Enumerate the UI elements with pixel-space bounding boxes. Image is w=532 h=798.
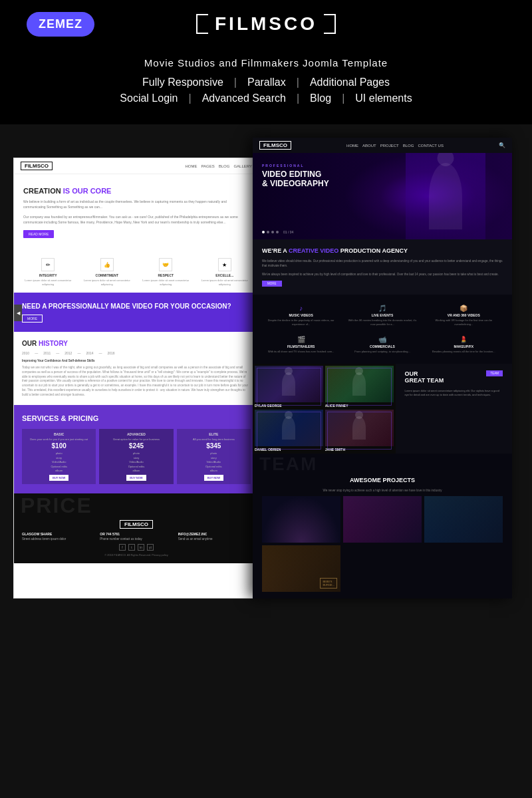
social-youtube-icon[interactable]: yt bbox=[147, 544, 154, 551]
feature-blog: Blog bbox=[302, 92, 339, 104]
excellence-text: Lorem ipsum dolor sit amet consectetur a… bbox=[198, 279, 253, 286]
team-title: OURGREAT TEAM bbox=[405, 370, 444, 384]
right-nav-search-icon[interactable]: 🔍 bbox=[499, 142, 505, 148]
divider-5: | bbox=[339, 92, 347, 104]
social-twitter-icon[interactable]: t bbox=[128, 544, 135, 551]
left-nav-pages[interactable]: PAGES bbox=[201, 164, 215, 168]
commitment-label: COMMITMENT bbox=[80, 273, 135, 277]
music-videos-icon: ♪ bbox=[265, 305, 336, 312]
preview-container: ◀ FILMSCO HOME PAGES BLOG GALLERY CREATI… bbox=[0, 124, 532, 598]
left-nav-home[interactable]: HOME bbox=[186, 164, 198, 168]
agency-more-button[interactable]: MORE bbox=[262, 281, 282, 287]
right-nav-contact[interactable]: CONTACT US bbox=[418, 144, 443, 148]
makeup-fx-title: MAKEUP/FX bbox=[428, 344, 499, 348]
features-row-2: Social Login | Advanced Search | Blog | … bbox=[112, 92, 420, 104]
makeup-fx-text: Besides planning events all the time for… bbox=[428, 350, 499, 354]
projects-subtitle: We never stop trying to achieve such a h… bbox=[262, 489, 503, 492]
footer-social-links: f t in yt bbox=[22, 544, 251, 551]
service-makeup-fx: 💄 MAKEUP/FX Besides planning events all … bbox=[425, 332, 503, 357]
hero-person-silhouette bbox=[406, 153, 485, 239]
footer-col2-text: Phone number contact us today bbox=[100, 537, 172, 541]
right-nav-project[interactable]: PROJECT bbox=[380, 144, 399, 148]
team-photos-area: DYLAN GEORGE ALICE FINNEY bbox=[253, 364, 396, 454]
commitment-text: Lorem ipsum dolor sit amet consectetur a… bbox=[80, 279, 135, 286]
right-agency-section: WE'RE A CREATIVE VIDEO PRODUCTION AGENCY… bbox=[253, 239, 512, 295]
title-brackets: FILMSCO bbox=[196, 13, 336, 35]
films-trailers-icon: 🎬 bbox=[265, 336, 336, 343]
footer-col1-title: GLASGOW SHARE bbox=[22, 532, 94, 536]
footer-center: FILMSCO bbox=[22, 520, 251, 532]
left-read-more-button[interactable]: READ MORE bbox=[23, 230, 54, 238]
slide-dot-2[interactable] bbox=[267, 231, 269, 233]
slide-counter: 01 / 04 bbox=[283, 230, 293, 234]
plan-advanced-features: photostoryVideo/AudioOptional editsalbum bbox=[102, 452, 170, 473]
timeline-2016: 2016 bbox=[108, 351, 115, 355]
right-preview-template: FILMSCO HOME ABOUT PROJECT BLOG CONTACT … bbox=[253, 138, 512, 598]
hero-title: VIDEO EDITING & VIDEOGRAPHY bbox=[262, 170, 329, 189]
left-history-section: OUR HISTORY 2010 — 2011 — 2012 — 2014 — … bbox=[14, 332, 259, 405]
services-grid: ♪ MUSIC VIDEOS Despite the decline in th… bbox=[262, 301, 503, 357]
feature-excellence: ★ EXCELLE... Lorem ipsum dolor sit amet … bbox=[198, 258, 253, 286]
vr-videos-icon: 📦 bbox=[428, 305, 499, 312]
project-item-3[interactable] bbox=[424, 496, 503, 543]
slide-dot-3[interactable] bbox=[271, 231, 274, 233]
right-nav-about[interactable]: ABOUT bbox=[362, 144, 376, 148]
plan-basic-label: BASIC bbox=[25, 432, 92, 436]
feature-pages: Additional Pages bbox=[302, 76, 398, 88]
team-button[interactable]: TEAM bbox=[486, 370, 503, 376]
music-videos-title: MUSIC VIDEOS bbox=[265, 313, 336, 317]
project-item-2[interactable] bbox=[343, 496, 422, 543]
right-nav-blog[interactable]: BLOG bbox=[403, 144, 414, 148]
agency-title-suffix: PRODUCTION AGENCY bbox=[340, 247, 408, 254]
team-member-alice: ALICE FINNEY bbox=[325, 366, 394, 408]
service-films-trailers: 🎬 FILMS/TRAILERS With its all drone and … bbox=[262, 332, 340, 357]
jane-photo bbox=[325, 410, 394, 446]
dylan-name: DYLAN GEORGE bbox=[255, 404, 323, 408]
jane-name: JANE SMITH bbox=[325, 448, 394, 452]
slide-dot-4[interactable] bbox=[276, 231, 279, 233]
left-nav-blog[interactable]: BLOG bbox=[219, 164, 230, 168]
pricing-card-advanced: ADVANCED Great option for value for your… bbox=[99, 429, 173, 484]
projects-grid: BEBE'SBURGE... bbox=[262, 496, 503, 592]
feature-commitment: 👍 COMMITMENT Lorem ipsum dolor sit amet … bbox=[80, 258, 135, 286]
history-title-accent: HISTORY bbox=[39, 340, 68, 347]
footer-logo: FILMSCO bbox=[120, 520, 153, 529]
feature-ui-elements: UI elements bbox=[347, 92, 420, 104]
social-facebook-icon[interactable]: f bbox=[119, 544, 126, 551]
plan-basic-desc: Does your work for you if you are just s… bbox=[25, 438, 92, 441]
live-events-text: With the 4K movies breaking into the dom… bbox=[346, 319, 418, 326]
left-cta-title: NEED A PROFESSIONALLY MADE VIDEO FOR YOU… bbox=[22, 302, 251, 311]
divider-3: | bbox=[186, 92, 194, 104]
zemez-logo[interactable]: ZEMEZ bbox=[27, 12, 94, 37]
footer-col-address: GLASGOW SHARE Street address lorem ipsum… bbox=[22, 532, 94, 541]
footer-col3-text: Send us an email anytime bbox=[178, 537, 251, 541]
team-section-row: DYLAN GEORGE ALICE FINNEY bbox=[253, 364, 512, 454]
slide-dot-1[interactable] bbox=[262, 231, 265, 233]
plan-advanced-btn[interactable]: BUY NOW bbox=[126, 475, 146, 481]
sidebar-arrow-icon[interactable]: ◀ bbox=[14, 305, 22, 321]
pricing-title: SERVICES & PRICING bbox=[22, 414, 251, 422]
feature-advanced-search: Advanced Search bbox=[194, 92, 294, 104]
plan-basic-btn[interactable]: BUY NOW bbox=[49, 475, 68, 481]
team-member-dylan: DYLAN GEORGE bbox=[255, 366, 323, 408]
project-item-4[interactable]: BEBE'SBURGE... bbox=[262, 545, 340, 592]
integrity-label: INTEGRITY bbox=[21, 273, 76, 277]
agency-text-2: We've always been inspired to achieve yo… bbox=[262, 272, 503, 277]
left-cta-button[interactable]: MORE bbox=[22, 315, 43, 323]
left-nav-logo: FILMSCO bbox=[21, 162, 53, 170]
left-hero-title-prefix: CREATION bbox=[23, 187, 63, 195]
feature-respect: 🤝 RESPECT Lorem ipsum dolor sit amet con… bbox=[138, 258, 194, 286]
plan-elite-btn[interactable]: BUY NOW bbox=[204, 475, 223, 481]
right-nav-home[interactable]: HOME bbox=[346, 144, 358, 148]
project-item-1[interactable] bbox=[262, 496, 340, 543]
jane-silhouette bbox=[352, 416, 366, 440]
social-instagram-icon[interactable]: in bbox=[138, 544, 144, 551]
footer-col-email: INFO@ZEMEZ.INC Send us an email anytime bbox=[178, 532, 251, 541]
left-nav-gallery[interactable]: GALLERY bbox=[233, 164, 252, 168]
plan-elite-desc: All you need for long-term business bbox=[180, 438, 247, 441]
commercials-title: COMMERCIALS bbox=[346, 344, 418, 348]
left-hero-text-2: Our company was founded by an entreprene… bbox=[23, 215, 249, 225]
team-description: Lorem ipsum dolor sit amet consectetuer … bbox=[405, 389, 503, 397]
footer-col2-title: OR 744 5761 bbox=[100, 532, 172, 536]
right-hero: PROFESSIONAL VIDEO EDITING & VIDEOGRAPHY… bbox=[253, 153, 512, 239]
